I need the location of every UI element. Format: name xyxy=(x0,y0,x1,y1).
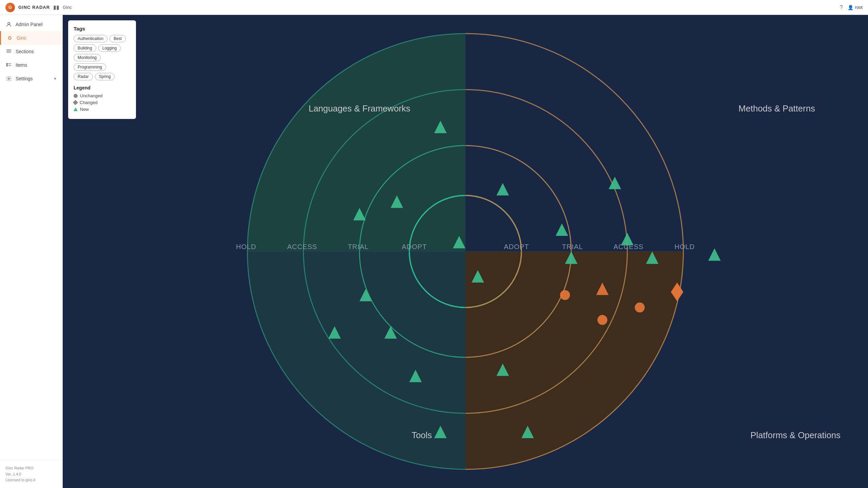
sidebar-label-ginc: Ginc xyxy=(17,35,26,41)
svg-point-0 xyxy=(8,22,10,24)
quadrant-label-methods: Methods & Patterns xyxy=(738,104,815,113)
main-layout: Admin Panel G Ginc Sections Items Settin… xyxy=(0,15,868,488)
topbar-left: G GINC RADAR ▮▮ Ginc xyxy=(5,3,72,12)
app-logo: G xyxy=(5,3,15,12)
ring-label-hold-right: HOLD xyxy=(674,243,695,250)
legend-unchanged-label: Unchanged xyxy=(80,93,103,98)
radar-chart: Languages & Frameworks Methods & Pattern… xyxy=(63,15,868,488)
sidebar-label-settings: Settings xyxy=(16,76,33,81)
user-menu[interactable]: 👤 root xyxy=(848,5,863,10)
sidebar: Admin Panel G Ginc Sections Items Settin… xyxy=(0,15,63,488)
ring-label-trial-right: TRIAL xyxy=(562,243,583,250)
svg-rect-1 xyxy=(6,63,7,64)
tags-row-2: Building Logging xyxy=(74,44,131,52)
sidebar-label-admin-panel: Admin Panel xyxy=(16,22,42,27)
tags-row-3: Monitoring Programming xyxy=(74,54,131,71)
topbar: G GINC RADAR ▮▮ Ginc ? 👤 root xyxy=(0,0,868,15)
items-icon xyxy=(5,62,12,68)
content-area: Tags Authentication Best Building Loggin… xyxy=(63,15,868,488)
settings-icon xyxy=(5,75,12,82)
app-title: GINC RADAR xyxy=(18,5,50,10)
sidebar-item-settings[interactable]: Settings ▼ xyxy=(0,72,62,85)
svg-rect-2 xyxy=(6,65,7,66)
footer-license: Licensed to ginc-it xyxy=(5,477,57,483)
blip-24[interactable] xyxy=(635,303,645,312)
help-icon[interactable]: ? xyxy=(840,4,843,11)
user-label: root xyxy=(855,5,863,10)
admin-panel-icon xyxy=(5,21,12,28)
unchanged-icon xyxy=(74,94,78,98)
sidebar-label-items: Items xyxy=(16,62,27,68)
tag-best[interactable]: Best xyxy=(110,35,126,42)
legend-new-label: New xyxy=(80,107,89,112)
new-icon xyxy=(74,107,78,111)
tag-monitoring[interactable]: Monitoring xyxy=(74,54,101,61)
tags-row-1: Authentication Best xyxy=(74,35,131,42)
tag-spring[interactable]: Spring xyxy=(95,73,115,80)
breadcrumb: Ginc xyxy=(63,5,72,10)
blip-20[interactable] xyxy=(597,315,607,325)
ring-label-adopt-left: ADOPT xyxy=(402,243,427,250)
settings-arrow-icon: ▼ xyxy=(53,77,57,81)
tag-authentication[interactable]: Authentication xyxy=(74,35,107,42)
ring-label-access-left: ACCESS xyxy=(287,243,317,250)
legend-new: New xyxy=(74,107,131,112)
sidebar-item-items[interactable]: Items xyxy=(0,58,62,72)
blip-19[interactable] xyxy=(560,290,570,300)
changed-icon xyxy=(73,100,78,105)
tag-logging[interactable]: Logging xyxy=(98,44,121,52)
sections-icon xyxy=(5,48,12,55)
ring-label-adopt-right: ADOPT xyxy=(504,243,529,250)
tags-title: Tags xyxy=(74,26,131,32)
quadrant-label-languages: Languages & Frameworks xyxy=(309,104,410,113)
ring-label-trial-left: TRIAL xyxy=(348,243,369,250)
footer-product: Ginc Radar PRO xyxy=(5,465,57,471)
user-icon: 👤 xyxy=(848,5,853,10)
tag-radar[interactable]: Radar xyxy=(74,73,93,80)
footer-version: Ver. 1.4.0 xyxy=(5,471,57,477)
sidebar-footer: Ginc Radar PRO Ver. 1.4.0 Licensed to gi… xyxy=(0,460,62,488)
legend-unchanged: Unchanged xyxy=(74,93,131,98)
tag-building[interactable]: Building xyxy=(74,44,96,52)
sidebar-item-admin-panel[interactable]: Admin Panel xyxy=(0,18,62,31)
tags-panel: Tags Authentication Best Building Loggin… xyxy=(68,20,136,119)
topbar-right: ? 👤 root xyxy=(840,4,863,11)
quadrant-label-tools: Tools xyxy=(412,430,432,440)
ginc-icon: G xyxy=(6,35,13,41)
legend-changed-label: Changed xyxy=(80,100,98,105)
legend-section: Legend Unchanged Changed New xyxy=(74,85,131,112)
sidebar-label-sections: Sections xyxy=(16,49,34,54)
ring-label-hold-left: HOLD xyxy=(236,243,256,250)
sidebar-item-sections[interactable]: Sections xyxy=(0,45,62,58)
sidebar-item-ginc[interactable]: G Ginc xyxy=(0,31,62,45)
svg-point-3 xyxy=(8,78,10,80)
sidebar-toggle-icon[interactable]: ▮▮ xyxy=(53,4,59,11)
legend-title: Legend xyxy=(74,85,131,90)
tag-programming[interactable]: Programming xyxy=(74,63,106,71)
tags-row-4: Radar Spring xyxy=(74,73,131,80)
quadrant-label-platforms: Platforms & Operations xyxy=(750,430,841,440)
legend-changed: Changed xyxy=(74,100,131,105)
